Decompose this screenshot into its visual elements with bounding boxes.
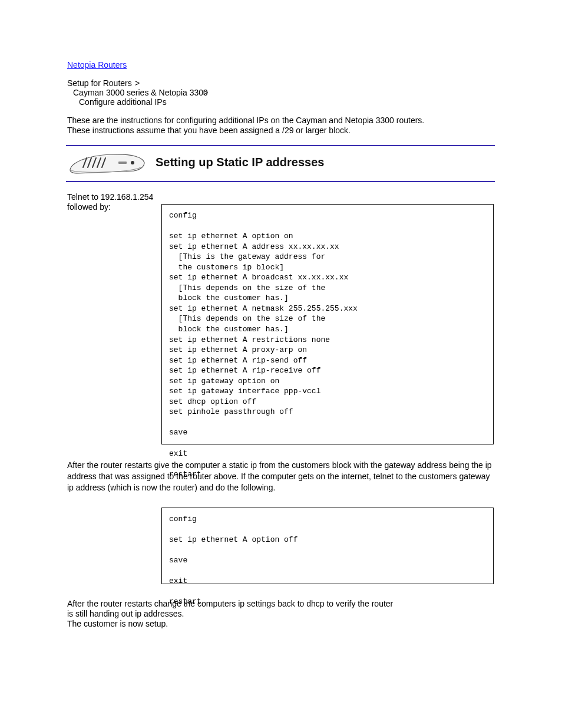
intro-line-1: These are the instructions for configuri… bbox=[67, 116, 424, 125]
breadcrumb-level-1: Setup for Routers bbox=[67, 78, 132, 88]
tail-line-3: The customer is now setup. bbox=[67, 619, 168, 628]
code-box-1: config set ip ethernet A option on set i… bbox=[161, 204, 494, 444]
breadcrumb-separator: > bbox=[203, 88, 208, 97]
divider-top bbox=[66, 145, 495, 146]
router-icon bbox=[69, 150, 146, 176]
svg-point-5 bbox=[131, 161, 134, 164]
intro-line-2: These instructions assume that you have … bbox=[67, 126, 351, 135]
divider-bottom bbox=[66, 181, 495, 182]
breadcrumb-level-3: Configure additional IPs bbox=[79, 97, 167, 107]
instruction-line-2: followed by: bbox=[67, 202, 111, 212]
mid-paragraph: After the router restarts give the compu… bbox=[67, 460, 495, 493]
section-title: Setting up Static IP addresses bbox=[156, 156, 324, 169]
tail-line-2: is still handing out ip addresses. bbox=[67, 609, 184, 618]
breadcrumb-separator: > bbox=[135, 78, 140, 88]
breadcrumb-level-2: Cayman 3000 series & Netopia 3300 bbox=[73, 88, 208, 97]
code-box-1-text: config set ip ethernet A option on set i… bbox=[169, 210, 358, 479]
code-box-2: config set ip ethernet A option off save… bbox=[161, 508, 494, 584]
instruction-line-1: Telnet to 192.168.1.254 bbox=[67, 192, 153, 202]
svg-rect-6 bbox=[118, 162, 127, 164]
code-box-2-text: config set ip ethernet A option off save… bbox=[169, 514, 297, 607]
top-link[interactable]: Netopia Routers bbox=[67, 60, 127, 70]
tail-line-1: After the router restarts change the com… bbox=[67, 599, 393, 608]
